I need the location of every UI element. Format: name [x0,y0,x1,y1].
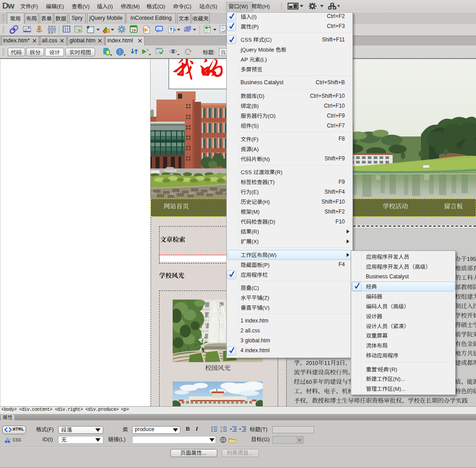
svg-text:19: 19 [131,28,136,32]
svg-text:!--: !-- [157,27,161,31]
svg-text:1: 1 [220,426,222,429]
svg-text:2: 2 [220,430,222,432]
